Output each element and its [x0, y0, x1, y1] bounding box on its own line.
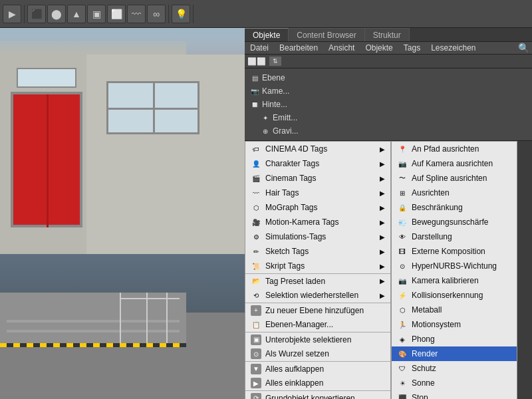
obj-emitt[interactable]: ✦ Emitt...: [255, 111, 532, 124]
main-dropdown: 🏷CINEMA 4D Tags ▶ 👤Charakter Tags ▶ 🎬Cin…: [245, 141, 391, 399]
dd-ebenen-manager[interactable]: 📋Ebenen-Manager...: [245, 317, 390, 332]
dd-cineman-icon: 🎬: [251, 173, 261, 184]
sub-sonne-label: Sonne: [412, 378, 435, 388]
dd-skript-tags[interactable]: 📜Skript Tags ▶: [245, 259, 390, 273]
sub-externe-komp[interactable]: 🎞 Externe Komposition: [392, 244, 517, 259]
sub-render[interactable]: 🎨 Render: [392, 346, 517, 361]
sep1: [24, 5, 25, 23]
dd-neue-ebene-icon: +: [251, 305, 261, 316]
spline-icon[interactable]: ∞: [147, 5, 166, 23]
sub-metaball[interactable]: ⬡ Metaball: [392, 303, 517, 317]
door-divider: [47, 94, 49, 227]
dd-skript-label: Skript Tags: [265, 261, 305, 271]
arrow-simulations: ▶: [380, 233, 385, 241]
play-icon[interactable]: ▶: [3, 5, 21, 23]
menu-objekte[interactable]: Objekte: [362, 42, 395, 54]
light-icon[interactable]: 💡: [172, 5, 190, 23]
tab-content-browser[interactable]: Content Browser: [289, 28, 364, 41]
plane-icon[interactable]: ▣: [87, 5, 106, 23]
tab-struktur[interactable]: Struktur: [365, 28, 410, 41]
dd-als-wurzel-label: Als Wurzel setzen: [265, 349, 329, 358]
dd-unterobjekte[interactable]: ▣ Unterobjekte selektieren: [245, 332, 390, 346]
menu-datei[interactable]: Datei: [247, 42, 271, 54]
sub-schutz-icon: 🛡: [397, 363, 408, 374]
sub-sonne-icon: ☀: [397, 378, 408, 388]
railing-post-2: [146, 293, 148, 346]
railing-post-3: [166, 293, 168, 346]
sub-phong-label: Phong: [412, 334, 435, 344]
obj-ebene[interactable]: ▤ Ebene: [245, 71, 532, 84]
menu-lesezeichen[interactable]: Lesezeichen: [428, 42, 478, 54]
nurbs-icon[interactable]: 〰: [127, 5, 146, 23]
sep3: [193, 5, 194, 23]
dd-selektion[interactable]: ⟲Selektion wiederherstellen ▶: [245, 288, 390, 303]
window-above-door: [17, 68, 76, 88]
dd-einklappen-icon: ▶: [251, 378, 261, 388]
dd-neue-ebene[interactable]: + Zu neuer Ebene hinzufügen: [245, 303, 390, 317]
sphere-icon[interactable]: ⬤: [47, 5, 66, 23]
sub-kamera-kalibrieren[interactable]: 📷 Kamera kalibrieren: [392, 273, 517, 288]
sub-auf-spline-label: Auf Spline ausrichten: [412, 174, 487, 183]
dd-grundobjekt[interactable]: ⟳ Grundobjekt konvertieren: [245, 390, 390, 399]
cone-icon[interactable]: ▲: [67, 5, 86, 23]
cylinder-icon[interactable]: ⬜: [107, 5, 126, 23]
obj-gravi[interactable]: ⊕ Gravi...: [255, 124, 532, 138]
sub-sonne[interactable]: ☀ Sonne: [392, 376, 517, 390]
dd-tag-preset[interactable]: 📂Tag Preset laden ▶: [245, 273, 390, 288]
dd-cinema4d-label: CINEMA 4D Tags: [265, 144, 327, 154]
box-icon[interactable]: ⬛: [27, 5, 46, 23]
sub-darstellung-label: Darstellung: [412, 232, 452, 241]
dd-motion-kamera[interactable]: 🎥Motion-Kamera Tags ▶: [245, 215, 390, 229]
search-icon[interactable]: 🔍: [518, 43, 529, 53]
sub-stop-label: Stop: [412, 393, 428, 399]
arrow-tag-preset: ▶: [380, 277, 385, 285]
right-panel: Objekte Content Browser Struktur Datei B…: [245, 28, 532, 399]
dd-hair-tags[interactable]: 〰Hair Tags ▶: [245, 186, 390, 200]
sub-beschraenkung[interactable]: 🔒 Beschränkung: [392, 200, 517, 215]
sort-btn[interactable]: ⇅: [269, 56, 282, 66]
obj-gravi-label: Gravi...: [273, 126, 299, 136]
dd-cineman-tags[interactable]: 🎬Cineman Tags ▶: [245, 171, 390, 186]
arrow-sketch: ▶: [380, 248, 385, 255]
arrow-skript: ▶: [380, 263, 385, 270]
sub-externe-label: Externe Komposition: [412, 247, 485, 256]
obj-kamera[interactable]: 📷 Kame...: [245, 84, 532, 98]
arrow-cinema4d: ▶: [380, 146, 385, 153]
menu-ansicht[interactable]: Ansicht: [326, 42, 357, 54]
dd-charakter-tags[interactable]: 👤Charakter Tags ▶: [245, 156, 390, 171]
obj-hinte[interactable]: 🔲 Hinte...: [245, 98, 532, 111]
viewport[interactable]: [0, 28, 245, 399]
sub-stop[interactable]: ⬛ Stop: [392, 390, 517, 399]
dd-einklappen[interactable]: ▶ Alles einklappen: [245, 376, 390, 390]
sub-motionsystem[interactable]: 🏃 Motionsystem: [392, 317, 517, 332]
dd-aufklappen[interactable]: ▼ Alles aufklappen: [245, 361, 390, 376]
dd-neue-ebene-label: Zu neuer Ebene hinzufügen: [265, 306, 364, 315]
sub-hypernurbs[interactable]: ⊙ HyperNURBS-Wichtung: [392, 259, 517, 273]
sub-bewegungsunschaerfe[interactable]: 💨 Bewegungsunschärfe: [392, 215, 517, 229]
sub-auf-kamera[interactable]: 📷 Auf Kamera ausrichten: [392, 156, 517, 171]
dd-cineman-label: Cineman Tags: [265, 174, 317, 183]
dd-cinema4d-tags[interactable]: 🏷CINEMA 4D Tags ▶: [245, 142, 390, 156]
dd-als-wurzel[interactable]: ⊙ Als Wurzel setzen: [245, 346, 390, 361]
tab-objekte[interactable]: Objekte: [245, 28, 289, 41]
sub-phong[interactable]: ◈ Phong: [392, 332, 517, 346]
sub-motionsystem-icon: 🏃: [397, 319, 408, 330]
menu-bearbeiten[interactable]: Bearbeiten: [277, 42, 321, 54]
menu-tags[interactable]: Tags: [401, 42, 423, 54]
sub-darstellung[interactable]: 👁 Darstellung: [392, 229, 517, 244]
sub-an-pfad[interactable]: 📍 An Pfad ausrichten: [392, 142, 517, 156]
dd-sketch-tags[interactable]: ✏Sketch Tags ▶: [245, 244, 390, 259]
dd-selektion-icon: ⟲: [251, 290, 261, 301]
window-divider-h: [106, 108, 200, 110]
dd-simulations[interactable]: ⚙Simulations-Tags ▶: [245, 229, 390, 244]
sub-an-pfad-label: An Pfad ausrichten: [412, 144, 479, 154]
dd-mograph-tags[interactable]: ⬡MoGraph Tags ▶: [245, 200, 390, 215]
sub-schutz[interactable]: 🛡 Schutz: [392, 361, 517, 376]
arrow-selektion: ▶: [380, 292, 385, 299]
sub-kollision[interactable]: ⚡ Kollisionserkennung: [392, 288, 517, 303]
dd-skript-icon: 📜: [251, 261, 261, 271]
sub-phong-icon: ◈: [397, 334, 408, 344]
sub-ausrichten[interactable]: ⊞ Ausrichten: [392, 186, 517, 200]
dd-hair-label: Hair Tags: [265, 188, 299, 198]
sub-auf-spline[interactable]: 〜 Auf Spline ausrichten: [392, 171, 517, 186]
